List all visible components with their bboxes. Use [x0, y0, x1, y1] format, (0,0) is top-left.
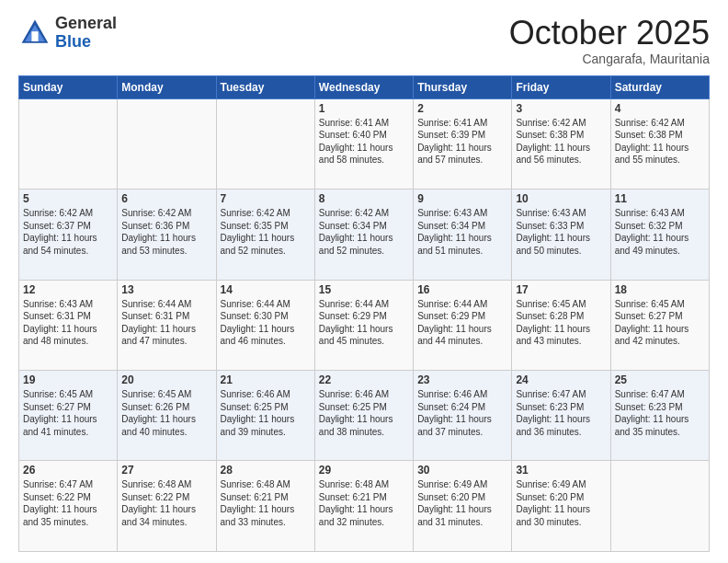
cell-info: Sunrise: 6:45 AM Sunset: 6:27 PM Dayligh… [23, 388, 113, 438]
col-header-thursday: Thursday [414, 75, 512, 98]
logo-text: General Blue [55, 15, 117, 52]
cell-info: Sunrise: 6:45 AM Sunset: 6:28 PM Dayligh… [516, 298, 606, 348]
day-number: 14 [221, 283, 311, 296]
cell-info: Sunrise: 6:46 AM Sunset: 6:25 PM Dayligh… [221, 388, 311, 438]
cell-info: Sunrise: 6:41 AM Sunset: 6:39 PM Dayligh… [417, 117, 507, 167]
cell-info: Sunrise: 6:46 AM Sunset: 6:24 PM Dayligh… [417, 388, 507, 438]
cell-info: Sunrise: 6:41 AM Sunset: 6:40 PM Dayligh… [319, 117, 409, 167]
cell-info: Sunrise: 6:42 AM Sunset: 6:37 PM Dayligh… [23, 207, 113, 257]
day-number: 27 [121, 464, 211, 477]
title-block: October 2025 Cangarafa, Mauritania [509, 15, 710, 66]
calendar-week-1: 1Sunrise: 6:41 AM Sunset: 6:40 PM Daylig… [19, 98, 710, 189]
cell-info: Sunrise: 6:42 AM Sunset: 6:38 PM Dayligh… [615, 117, 705, 167]
calendar-cell: 9Sunrise: 6:43 AM Sunset: 6:34 PM Daylig… [414, 190, 512, 280]
calendar-cell: 31Sunrise: 6:49 AM Sunset: 6:20 PM Dayli… [512, 461, 610, 552]
day-number: 12 [23, 283, 113, 296]
logo-general-text: General [55, 15, 117, 33]
day-number: 25 [615, 373, 705, 386]
calendar-cell: 22Sunrise: 6:46 AM Sunset: 6:25 PM Dayli… [314, 371, 413, 461]
calendar-cell: 10Sunrise: 6:43 AM Sunset: 6:33 PM Dayli… [512, 190, 610, 280]
day-number: 30 [417, 464, 507, 477]
day-number: 17 [516, 283, 606, 296]
cell-info: Sunrise: 6:49 AM Sunset: 6:20 PM Dayligh… [417, 478, 507, 528]
cell-info: Sunrise: 6:43 AM Sunset: 6:32 PM Dayligh… [615, 207, 705, 257]
calendar-cell: 30Sunrise: 6:49 AM Sunset: 6:20 PM Dayli… [414, 461, 512, 552]
day-number: 26 [23, 464, 113, 477]
cell-info: Sunrise: 6:45 AM Sunset: 6:27 PM Dayligh… [615, 298, 705, 348]
cell-info: Sunrise: 6:44 AM Sunset: 6:29 PM Dayligh… [417, 298, 507, 348]
cell-info: Sunrise: 6:42 AM Sunset: 6:34 PM Dayligh… [319, 207, 409, 257]
page: General Blue October 2025 Cangarafa, Mau… [0, 0, 728, 563]
svg-rect-2 [31, 31, 38, 41]
day-number: 1 [319, 102, 409, 115]
cell-info: Sunrise: 6:44 AM Sunset: 6:29 PM Dayligh… [319, 298, 409, 348]
day-number: 16 [417, 283, 507, 296]
day-number: 28 [221, 464, 311, 477]
cell-info: Sunrise: 6:42 AM Sunset: 6:38 PM Dayligh… [516, 117, 606, 167]
day-number: 4 [615, 102, 705, 115]
calendar-cell [610, 461, 709, 552]
day-number: 11 [615, 192, 705, 205]
calendar-cell: 6Sunrise: 6:42 AM Sunset: 6:36 PM Daylig… [118, 190, 216, 280]
calendar-cell: 28Sunrise: 6:48 AM Sunset: 6:21 PM Dayli… [216, 461, 314, 552]
calendar-week-2: 5Sunrise: 6:42 AM Sunset: 6:37 PM Daylig… [19, 190, 710, 280]
day-number: 10 [516, 192, 606, 205]
day-number: 21 [221, 373, 311, 386]
calendar-cell: 5Sunrise: 6:42 AM Sunset: 6:37 PM Daylig… [19, 190, 118, 280]
location: Cangarafa, Mauritania [509, 52, 710, 66]
cell-info: Sunrise: 6:43 AM Sunset: 6:31 PM Dayligh… [23, 298, 113, 348]
day-number: 15 [319, 283, 409, 296]
calendar-cell: 14Sunrise: 6:44 AM Sunset: 6:30 PM Dayli… [216, 280, 314, 370]
day-number: 20 [121, 373, 211, 386]
cell-info: Sunrise: 6:45 AM Sunset: 6:26 PM Dayligh… [121, 388, 211, 438]
col-header-saturday: Saturday [610, 75, 709, 98]
calendar-cell: 21Sunrise: 6:46 AM Sunset: 6:25 PM Dayli… [216, 371, 314, 461]
cell-info: Sunrise: 6:44 AM Sunset: 6:30 PM Dayligh… [221, 298, 311, 348]
day-number: 13 [121, 283, 211, 296]
calendar-cell [216, 98, 314, 189]
cell-info: Sunrise: 6:49 AM Sunset: 6:20 PM Dayligh… [516, 478, 606, 528]
day-number: 6 [121, 192, 211, 205]
calendar-cell: 18Sunrise: 6:45 AM Sunset: 6:27 PM Dayli… [610, 280, 709, 370]
cell-info: Sunrise: 6:48 AM Sunset: 6:21 PM Dayligh… [319, 478, 409, 528]
day-number: 3 [516, 102, 606, 115]
calendar-week-4: 19Sunrise: 6:45 AM Sunset: 6:27 PM Dayli… [19, 371, 710, 461]
calendar-cell: 4Sunrise: 6:42 AM Sunset: 6:38 PM Daylig… [610, 98, 709, 189]
calendar-table: SundayMondayTuesdayWednesdayThursdayFrid… [18, 75, 710, 552]
calendar-cell: 12Sunrise: 6:43 AM Sunset: 6:31 PM Dayli… [19, 280, 118, 370]
month-title: October 2025 [509, 15, 710, 52]
col-header-tuesday: Tuesday [216, 75, 314, 98]
calendar-cell [118, 98, 216, 189]
calendar-cell: 27Sunrise: 6:48 AM Sunset: 6:22 PM Dayli… [118, 461, 216, 552]
calendar-cell: 29Sunrise: 6:48 AM Sunset: 6:21 PM Dayli… [314, 461, 413, 552]
col-header-sunday: Sunday [19, 75, 118, 98]
calendar-week-5: 26Sunrise: 6:47 AM Sunset: 6:22 PM Dayli… [19, 461, 710, 552]
cell-info: Sunrise: 6:48 AM Sunset: 6:21 PM Dayligh… [221, 478, 311, 528]
calendar-cell [19, 98, 118, 189]
calendar-cell: 20Sunrise: 6:45 AM Sunset: 6:26 PM Dayli… [118, 371, 216, 461]
logo: General Blue [18, 15, 117, 52]
cell-info: Sunrise: 6:44 AM Sunset: 6:31 PM Dayligh… [121, 298, 211, 348]
calendar-cell: 2Sunrise: 6:41 AM Sunset: 6:39 PM Daylig… [414, 98, 512, 189]
day-number: 29 [319, 464, 409, 477]
cell-info: Sunrise: 6:46 AM Sunset: 6:25 PM Dayligh… [319, 388, 409, 438]
col-header-monday: Monday [118, 75, 216, 98]
day-number: 31 [516, 464, 606, 477]
header: General Blue October 2025 Cangarafa, Mau… [18, 15, 710, 66]
calendar-cell: 13Sunrise: 6:44 AM Sunset: 6:31 PM Dayli… [118, 280, 216, 370]
logo-icon [18, 17, 51, 50]
day-number: 18 [615, 283, 705, 296]
day-number: 22 [319, 373, 409, 386]
calendar-cell: 24Sunrise: 6:47 AM Sunset: 6:23 PM Dayli… [512, 371, 610, 461]
day-number: 23 [417, 373, 507, 386]
calendar-cell: 17Sunrise: 6:45 AM Sunset: 6:28 PM Dayli… [512, 280, 610, 370]
day-number: 8 [319, 192, 409, 205]
day-number: 9 [417, 192, 507, 205]
calendar-header-row: SundayMondayTuesdayWednesdayThursdayFrid… [19, 75, 710, 98]
calendar-cell: 8Sunrise: 6:42 AM Sunset: 6:34 PM Daylig… [314, 190, 413, 280]
cell-info: Sunrise: 6:48 AM Sunset: 6:22 PM Dayligh… [121, 478, 211, 528]
calendar-cell: 7Sunrise: 6:42 AM Sunset: 6:35 PM Daylig… [216, 190, 314, 280]
col-header-friday: Friday [512, 75, 610, 98]
day-number: 19 [23, 373, 113, 386]
calendar-cell: 16Sunrise: 6:44 AM Sunset: 6:29 PM Dayli… [414, 280, 512, 370]
